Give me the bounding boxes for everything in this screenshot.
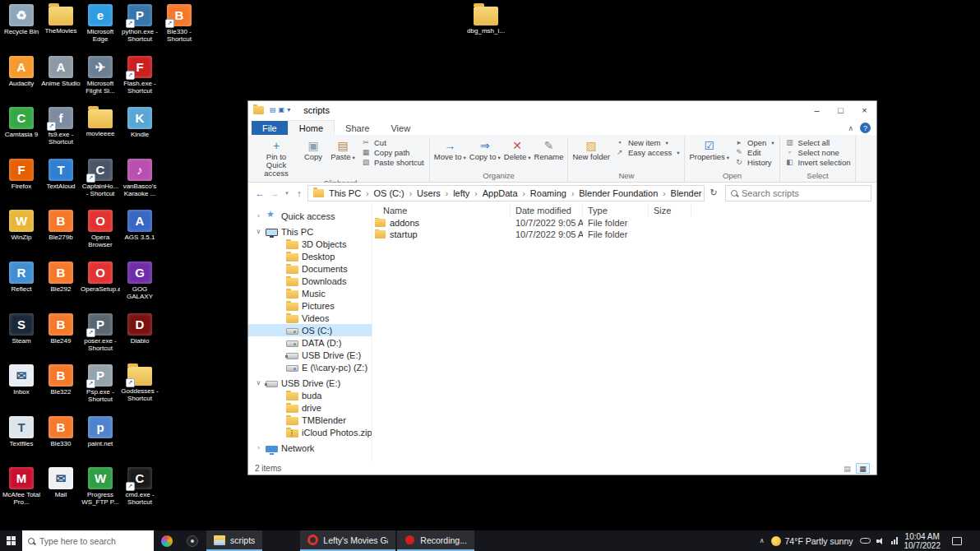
ribbon-tab[interactable]: Share (335, 121, 380, 135)
tray-icon[interactable] (876, 537, 885, 545)
address-bar[interactable]: This PC OS (C:) Users lefty AppData Roam… (307, 185, 705, 201)
sidebar-item[interactable]: OS (C:) (248, 324, 372, 336)
breadcrumb-segment[interactable]: AppData (482, 188, 529, 198)
desktop-icon[interactable]: O Opera Browser (81, 208, 120, 260)
desktop-icon[interactable]: O OperaSetup.exe (81, 260, 120, 312)
ribbon-button[interactable]: ▤ Paste▾ (328, 137, 358, 178)
ribbon-button[interactable]: ▨ New folder▾ (571, 137, 611, 161)
breadcrumb-segment[interactable]: This PC (328, 188, 372, 198)
ribbon-button[interactable]: ⇒ Copy to▾ (468, 137, 502, 162)
sidebar-item[interactable]: › Quick access (248, 210, 372, 222)
desktop-icon[interactable]: W Progress WS_FTP P... (81, 465, 120, 517)
column-header-name[interactable]: Name (372, 203, 511, 217)
ribbon-button[interactable]: ▸ Open ▾ (732, 138, 777, 147)
desktop-icon[interactable]: D Diablo (120, 312, 159, 363)
desktop-icon[interactable]: C CaptainHo... - Shortcut (81, 157, 120, 209)
forward-button[interactable]: → (268, 187, 281, 200)
breadcrumb-segment[interactable]: Users (416, 188, 452, 198)
qat-button-icon[interactable]: ▾ (287, 106, 290, 114)
start-button[interactable] (0, 530, 22, 551)
desktop-icon[interactable]: A Audacity (2, 54, 41, 106)
pinned-app-button[interactable] (179, 530, 205, 551)
desktop-icon[interactable]: M McAfee Total Pro... (2, 465, 41, 517)
breadcrumb-segment[interactable]: Blender Foundation (578, 188, 669, 198)
ribbon-button[interactable]: ↗ Easy access ▾ (612, 148, 682, 157)
sidebar-item[interactable]: Videos (248, 312, 372, 324)
hidden-icons-chevron-icon[interactable]: ∧ (760, 537, 765, 544)
up-button[interactable]: ↑ (293, 187, 306, 200)
desktop-icon[interactable]: B Ble330 (41, 414, 81, 466)
desktop-icon[interactable]: e Microsoft Edge (81, 2, 120, 54)
desktop-icon[interactable]: F Flash.exe - Shortcut (120, 54, 159, 106)
desktop-icon[interactable]: W WinZip (2, 208, 41, 260)
action-center-button[interactable] (947, 537, 967, 545)
desktop-icon[interactable]: Goddesses - Shortcut (120, 363, 159, 414)
breadcrumb-segment[interactable]: Blender (670, 188, 705, 198)
desktop-icon[interactable]: dbg_msh_i... (466, 2, 506, 54)
ribbon-button[interactable]: ✎ Edit ▾ (732, 148, 777, 157)
chevron-icon[interactable]: ∨ (255, 228, 262, 235)
breadcrumb-segment[interactable]: OS (C:) (372, 188, 416, 198)
sidebar-item[interactable]: Downloads (248, 275, 372, 287)
column-header-type[interactable]: Type (583, 203, 649, 217)
ribbon-button[interactable]: ▥ Select all ▾ (783, 138, 853, 147)
collapse-ribbon-icon[interactable]: ∧ (848, 124, 853, 132)
help-icon[interactable]: ? (860, 123, 871, 133)
window-control-button[interactable]: □ (829, 101, 853, 118)
desktop-icon[interactable]: A AGS 3.5.1 (120, 208, 159, 260)
desktop-icon[interactable]: B Ble249 (41, 312, 81, 363)
ribbon-tab[interactable]: View (380, 121, 421, 135)
desktop-icon[interactable]: G GOG GALAXY (120, 260, 159, 312)
desktop-icon[interactable]: ✈ Microsoft Flight Si... (81, 54, 120, 106)
desktop-icon[interactable]: C cmd.exe - Shortcut (120, 465, 159, 517)
ribbon-button[interactable]: ▦ Copy path ▾ (358, 148, 427, 157)
desktop-icon[interactable]: C Camtasia 9 (2, 105, 41, 157)
qat-button-icon[interactable]: ▤ (270, 106, 276, 114)
desktop-icon[interactable]: P Psp.exe - Shortcut (81, 363, 120, 414)
clock[interactable]: 10:04 AM 10/7/2022 (904, 532, 941, 550)
ribbon-button[interactable]: ▫ Select none ▾ (783, 148, 853, 157)
window-control-button[interactable]: – (805, 101, 829, 118)
sidebar-item[interactable]: E (\\cary-pc) (Z:) (248, 361, 372, 373)
file-row[interactable]: addons 10/7/2022 9:05 AM File folder (372, 217, 876, 229)
desktop-icon[interactable]: ✉ Mail (41, 465, 81, 517)
breadcrumb-segment[interactable]: lefty (452, 188, 482, 198)
ribbon-button[interactable]: ✎ Rename▾ (533, 137, 566, 162)
desktop-icon[interactable]: S Steam (2, 312, 41, 363)
view-toggle-button[interactable]: ▤ (840, 463, 854, 474)
ribbon-tab[interactable]: File (252, 121, 288, 135)
sidebar-item[interactable]: USB Drive (E:) (248, 349, 372, 361)
taskbar-app-button[interactable]: Lefty's Movies Gam... (300, 530, 395, 551)
ribbon-button[interactable]: ✕ Delete▾ (502, 137, 533, 162)
ribbon-button[interactable]: ▪ New item ▾ (612, 138, 682, 147)
tray-icon[interactable] (891, 537, 898, 544)
desktop-icon[interactable]: ♪ vanBasco's Karaoke ... (120, 157, 159, 209)
taskbar-search-input[interactable] (39, 536, 148, 546)
sidebar-item[interactable]: › Network (248, 442, 372, 454)
sidebar-item[interactable]: Music (248, 287, 372, 299)
tray-icon[interactable] (860, 538, 871, 544)
desktop-icon[interactable]: P python.exe - Shortcut (120, 2, 159, 54)
desktop-icon[interactable]: movieeee (81, 105, 120, 157)
sidebar-item[interactable]: drive (248, 401, 372, 414)
taskbar-search-box[interactable] (22, 530, 154, 551)
qat-button-icon[interactable]: ▣ (279, 106, 285, 114)
sidebar-item[interactable]: iCloud Photos.zip (248, 426, 372, 438)
desktop-icon[interactable]: B Ble330 - Shortcut (159, 2, 199, 54)
desktop-icon[interactable]: T Textfiles (2, 414, 41, 466)
sidebar-item[interactable]: buda (248, 389, 372, 401)
desktop-icon[interactable]: B Ble292 (41, 260, 81, 312)
ribbon-button[interactable]: ▧ Paste shortcut ▾ (358, 158, 427, 167)
ribbon-button[interactable]: ☑ Properties▾ (687, 137, 731, 162)
ribbon-button[interactable]: ▣ Copy▾ (298, 137, 328, 178)
chevron-icon[interactable]: › (255, 444, 262, 451)
sidebar-item[interactable]: 3D Objects (248, 238, 372, 250)
sidebar-item[interactable]: TMBlender (248, 414, 372, 426)
sidebar-item[interactable]: Documents (248, 262, 372, 275)
chevron-icon[interactable]: ∨ (255, 379, 262, 387)
recent-locations-caret-icon[interactable]: ▾ (283, 187, 291, 200)
desktop-icon[interactable]: B Ble279b (41, 208, 81, 260)
desktop-icon[interactable]: K Kindle (120, 105, 159, 157)
sidebar-item[interactable]: Pictures (248, 299, 372, 312)
ribbon-tab[interactable]: Home (288, 120, 335, 135)
